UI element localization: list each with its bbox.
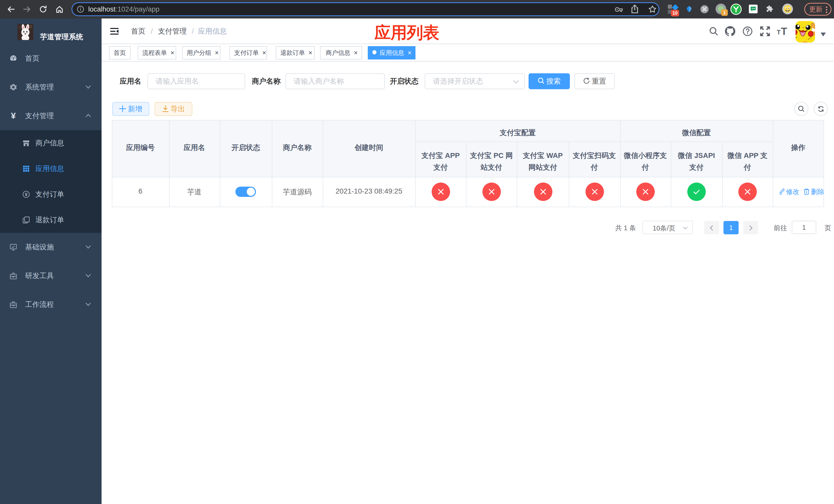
svg-text:¥: ¥ [25,192,28,197]
svg-text:⌘: ⌘ [702,6,707,13]
